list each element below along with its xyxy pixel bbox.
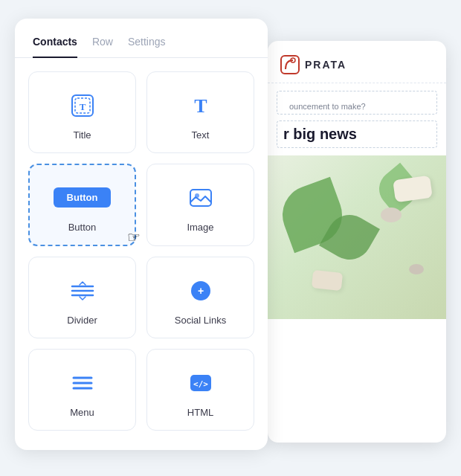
tab-settings[interactable]: Settings (128, 36, 166, 58)
svg-rect-4 (190, 190, 211, 206)
cursor-icon: ☞ (127, 228, 141, 246)
button-preview-label: Button (54, 187, 112, 208)
widget-social-links[interactable]: + Social Links (146, 257, 254, 338)
widget-text[interactable]: T Text (146, 71, 254, 153)
text-icon: T (184, 89, 217, 122)
svg-rect-16 (281, 56, 299, 74)
svg-text:T: T (194, 95, 207, 117)
svg-text:+: + (197, 285, 203, 297)
tab-contacts[interactable]: Contacts (33, 36, 77, 58)
preview-panel: PRATA ouncement to make? r big news (268, 41, 446, 443)
title-icon: T (66, 89, 99, 122)
logo-icon (280, 54, 300, 75)
html-icon: </> (184, 367, 217, 399)
image-icon (184, 181, 217, 214)
widget-text-label: Text (192, 129, 210, 141)
preview-logo: PRATA (268, 41, 446, 83)
social-links-icon: + (184, 274, 217, 307)
left-panel: Contacts Row Settings T Title (15, 19, 268, 450)
widget-image[interactable]: Image (146, 164, 254, 246)
preview-logo-text: PRATA (305, 59, 346, 71)
button-icon: Button (66, 181, 99, 214)
svg-text:</>: </> (193, 379, 208, 389)
preview-product-image (268, 155, 446, 319)
preview-headline: r big news (277, 120, 437, 148)
widget-grid: T Title T Text Button Button (15, 71, 268, 444)
menu-icon (66, 367, 99, 399)
widget-html-label: HTML (187, 407, 213, 418)
preview-subtitle: ouncement to make? (277, 91, 437, 115)
widget-button[interactable]: Button Button ☞ (28, 164, 136, 246)
widget-menu-label: Menu (70, 407, 94, 418)
widget-html[interactable]: </> HTML (146, 349, 254, 431)
tab-bar: Contacts Row Settings (15, 19, 268, 58)
widget-button-label: Button (68, 222, 97, 233)
widget-menu[interactable]: Menu (28, 349, 136, 431)
widget-image-label: Image (187, 222, 213, 233)
widget-social-links-label: Social Links (175, 315, 226, 326)
widget-title[interactable]: T Title (28, 71, 136, 153)
svg-text:T: T (79, 101, 86, 112)
divider-icon (66, 274, 99, 307)
widget-divider[interactable]: Divider (28, 257, 136, 338)
widget-divider-label: Divider (67, 315, 97, 326)
widget-title-label: Title (73, 129, 91, 141)
tab-row[interactable]: Row (92, 36, 113, 58)
